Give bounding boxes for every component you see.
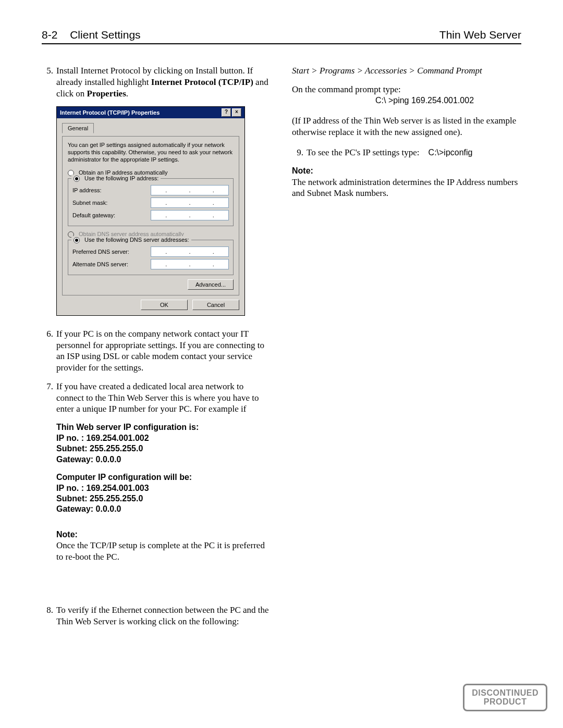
default-gateway-field[interactable]: ... [151, 210, 229, 220]
note-2: Note: The network administration determi… [292, 166, 521, 199]
config-line: Thin Web server IP configuration is: [56, 422, 271, 433]
radio-use-dns[interactable]: Use the following DNS server addresses: [71, 236, 191, 243]
step-6: 6. If your PC is on the company network … [42, 328, 271, 374]
label-gateway: Default gateway: [72, 212, 151, 219]
note-label: Note: [292, 166, 521, 176]
dialog-description: You can get IP settings assigned automat… [68, 142, 234, 163]
advanced-button[interactable]: Advanced... [188, 279, 234, 290]
radio-label: Use the following DNS server addresses: [84, 237, 189, 243]
note-1: Note: Once the TCP/IP setup is complete … [56, 529, 271, 563]
help-icon[interactable]: ? [222, 108, 231, 117]
server-ip-config: Thin Web server IP configuration is: IP … [56, 422, 271, 465]
step-number: 9. [292, 147, 307, 158]
tcpip-properties-dialog: Internet Protocol (TCP/IP) Properties ? … [56, 106, 245, 316]
bold-text: Properties [87, 89, 126, 98]
stamp-line1: DISCONTINUED [472, 688, 538, 698]
step-number: 6. [42, 328, 56, 374]
right-column: Start > Programs > Accessories > Command… [292, 65, 521, 634]
tab-row: General [62, 122, 239, 133]
step-body: To verify if the Ethernet connection bet… [56, 604, 271, 627]
cancel-button[interactable]: Cancel [192, 300, 239, 310]
stamp-line2: PRODUCT [472, 697, 538, 707]
fieldset-use-dns: Use the following DNS server addresses: … [68, 240, 234, 275]
radio-icon [74, 237, 80, 243]
text: To see the PC's IP settings type: [307, 147, 420, 157]
discontinued-stamp: DISCONTINUED PRODUCT [463, 684, 547, 711]
radio-label: Use the following IP address: [84, 175, 158, 181]
page-header: 8-2 Client Settings Thin Web Server [42, 29, 521, 44]
config-line: Computer IP configuration will be: [56, 472, 271, 483]
ok-button[interactable]: OK [141, 300, 188, 310]
step-5: 5. Install Internet Protocol by clicking… [42, 65, 271, 99]
label-ip-address: IP address: [72, 187, 151, 194]
config-line: Gateway: 0.0.0.0 [56, 504, 271, 514]
pc-ip-config: Computer IP configuration will be: IP no… [56, 472, 271, 515]
label-subnet: Subnet mask: [72, 199, 151, 206]
label-preferred-dns: Preferred DNS server: [72, 248, 151, 255]
text: . [126, 89, 128, 98]
page-number: 8-2 [42, 29, 57, 41]
left-column: 5. Install Internet Protocol by clicking… [42, 65, 271, 634]
subnet-mask-field[interactable]: ... [151, 198, 229, 208]
ping-command: C:\ >ping 169.254.001.002 [292, 95, 521, 106]
radio-icon [74, 176, 80, 182]
header-right: Thin Web Server [439, 29, 521, 41]
note-text: The network administration determines th… [292, 177, 521, 200]
alternate-dns-field[interactable]: ... [151, 259, 229, 269]
step-7: 7. If you have created a dedicated local… [42, 381, 271, 415]
section-title: Client Settings [70, 29, 140, 41]
dialog-title: Internet Protocol (TCP/IP) Properties [60, 109, 221, 116]
tab-general[interactable]: General [62, 123, 94, 133]
step-body: Install Internet Protocol by clicking on… [56, 65, 271, 99]
label-alternate-dns: Alternate DNS server: [72, 261, 151, 268]
radio-use-ip[interactable]: Use the following IP address: [71, 175, 161, 182]
note-text: Once the TCP/IP setup is complete at the… [56, 540, 271, 563]
config-line: Gateway: 0.0.0.0 [56, 454, 271, 465]
step-body: If you have created a dedicated local ar… [56, 381, 271, 415]
step-8: 8. To verify if the Ethernet connection … [42, 604, 271, 627]
ipconfig-command: C:\>ipconfig [429, 148, 473, 157]
config-line: Subnet: 255.255.255.0 [56, 493, 271, 504]
fieldset-use-ip: Use the following IP address: IP address… [68, 178, 234, 226]
step-body: If your PC is on the company network con… [56, 328, 271, 374]
note-label: Note: [56, 529, 271, 540]
dialog-titlebar: Internet Protocol (TCP/IP) Properties ? … [57, 107, 244, 118]
preferred-dns-field[interactable]: ... [151, 246, 229, 257]
header-left: 8-2 Client Settings [42, 29, 141, 41]
config-line: IP no. : 169.254.001.002 [56, 433, 271, 443]
step-9: 9. To see the PC's IP settings type: C:\… [292, 147, 521, 158]
config-line: IP no. : 169.254.001.003 [56, 483, 271, 493]
if-note: (If IP address of the Thin Web server is… [292, 115, 521, 138]
prompt-intro: On the command prompt type: [292, 84, 521, 95]
close-icon[interactable]: × [232, 108, 241, 117]
config-line: Subnet: 255.255.255.0 [56, 443, 271, 454]
step-number: 8. [42, 604, 56, 627]
tab-panel: You can get IP settings assigned automat… [62, 136, 239, 295]
ip-address-field[interactable]: ... [151, 185, 229, 195]
nav-path: Start > Programs > Accessories > Command… [292, 65, 521, 77]
step-number: 7. [42, 381, 56, 415]
bold-text: Internet Protocol (TCP/IP) [151, 77, 253, 87]
step-body: To see the PC's IP settings type: C:\>ip… [307, 147, 521, 158]
step-number: 5. [42, 65, 56, 99]
